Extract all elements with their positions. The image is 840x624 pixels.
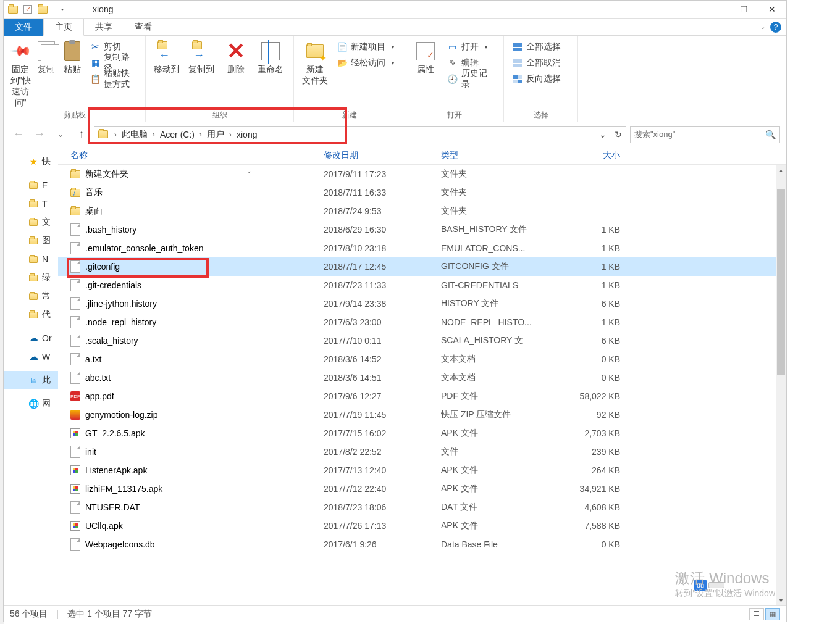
file-row[interactable]: genymotion-log.zip2017/7/19 11:45快压 ZIP … xyxy=(58,406,786,424)
sidebar-item[interactable]: ★快 xyxy=(4,152,58,171)
file-icon xyxy=(70,279,80,291)
file-row[interactable]: lizhiFM_113175.apk2017/7/12 22:40APK 文件3… xyxy=(58,480,786,498)
tab-view[interactable]: 查看 xyxy=(124,19,163,36)
file-row[interactable]: .node_repl_history2017/6/3 23:00NODE_REP… xyxy=(58,313,786,331)
forward-button[interactable]: → xyxy=(31,126,48,143)
breadcrumb-seg[interactable]: xiong xyxy=(234,130,259,139)
file-row[interactable]: NTUSER.DAT2018/7/23 18:06DAT 文件4,608 KB xyxy=(58,498,786,517)
file-size: 1 KB xyxy=(558,225,632,235)
sidebar-item[interactable]: 🌐网 xyxy=(4,394,58,413)
sidebar-item[interactable]: 代 xyxy=(4,306,58,324)
sidebar-item[interactable]: ☁Or xyxy=(4,329,58,347)
paste-button[interactable]: 粘贴 xyxy=(61,38,84,109)
file-row[interactable]: 桌面2018/7/24 9:53文件夹 xyxy=(58,202,786,220)
breadcrumb-seg[interactable]: 此电脑 xyxy=(119,129,150,140)
search-input[interactable] xyxy=(634,130,765,139)
qa-folder[interactable] xyxy=(37,4,48,15)
qa-checkbox[interactable]: ✓ xyxy=(22,4,33,15)
col-name[interactable]: 名称 xyxy=(70,150,324,161)
pastelink-button[interactable]: 📋粘贴快捷方式 xyxy=(86,72,140,86)
file-row[interactable]: .emulator_console_auth_token2017/8/10 23… xyxy=(58,239,786,257)
sidebar-item[interactable]: E xyxy=(4,176,58,194)
scrollbar[interactable]: ▴ ▾ xyxy=(776,165,786,605)
recent-dropdown[interactable]: ⌄ xyxy=(52,126,69,143)
breadcrumb-seg[interactable]: 用户 xyxy=(204,129,227,140)
moveto-button[interactable]: ← 移动到 xyxy=(151,38,183,109)
selectall-button[interactable]: 全部选择 xyxy=(509,40,565,54)
chevron-right-icon[interactable]: › xyxy=(227,130,234,139)
minimize-button[interactable]: — xyxy=(701,1,729,19)
sidebar-item[interactable]: 文 xyxy=(4,213,58,231)
address-bar[interactable]: ›此电脑›Acer (C:)›用户›xiong ⌄ xyxy=(94,126,610,143)
rename-button[interactable]: 重命名 xyxy=(254,38,287,109)
file-row[interactable]: .jline-jython.history2017/9/14 23:38HIST… xyxy=(58,294,786,313)
history-button[interactable]: 🕘历史记录 xyxy=(444,72,498,86)
file-row[interactable]: a.txt2018/3/6 14:52文本文档0 KB xyxy=(58,350,786,368)
pin-quickaccess-button[interactable]: 📌 固定到"快 速访问" xyxy=(9,38,32,109)
col-date[interactable]: 修改日期 xyxy=(324,150,441,161)
chevron-right-icon[interactable]: › xyxy=(112,130,119,139)
sidebar-item[interactable]: 绿 xyxy=(4,268,58,287)
sidebar-item[interactable]: T xyxy=(4,194,58,213)
file-row[interactable]: UCllq.apk2017/7/26 17:13APK 文件7,588 KB xyxy=(58,517,786,535)
qa-dropdown[interactable]: ▾ xyxy=(52,1,72,19)
file-row[interactable]: abc.txt2018/3/6 14:51文本文档0 KB xyxy=(58,368,786,387)
file-row[interactable]: 新建文件夹2017/9/11 17:23文件夹 xyxy=(58,165,786,183)
maximize-button[interactable]: ☐ xyxy=(729,1,758,19)
file-row[interactable]: init2017/8/2 22:52文件239 KB xyxy=(58,443,786,461)
scroll-down-button[interactable]: ▾ xyxy=(776,595,786,605)
address-drop[interactable]: ⌄ xyxy=(596,130,610,139)
search-box[interactable]: 🔍 xyxy=(630,126,780,143)
file-row[interactable]: PDFapp.pdf2017/9/6 12:27PDF 文件58,022 KB xyxy=(58,387,786,406)
col-size[interactable]: 大小 xyxy=(558,150,632,161)
sidebar-label: 快 xyxy=(42,156,51,167)
chevron-right-icon[interactable]: › xyxy=(197,130,204,139)
scroll-up-button[interactable]: ▴ xyxy=(776,165,786,175)
newfolder-button[interactable]: ✦ 新建 文件夹 xyxy=(299,38,331,109)
file-row[interactable]: .bash_history2018/6/29 16:30BASH_HISTORY… xyxy=(58,220,786,239)
breadcrumb-seg[interactable]: Acer (C:) xyxy=(158,130,197,139)
selectnone-button[interactable]: 全部取消 xyxy=(509,56,565,70)
file-row[interactable]: ♪音乐2018/7/11 16:33文件夹 xyxy=(58,183,786,202)
up-button[interactable]: ↑ xyxy=(73,126,90,143)
tab-file[interactable]: 文件 xyxy=(4,19,43,36)
file-row[interactable]: .git-credentials2018/7/23 11:33GIT-CREDE… xyxy=(58,276,786,294)
properties-button[interactable]: 属性 xyxy=(410,38,442,109)
view-details-button[interactable]: ☰ xyxy=(749,608,764,620)
close-button[interactable]: ✕ xyxy=(758,1,786,19)
sidebar-item[interactable]: N xyxy=(4,250,58,268)
file-name: .emulator_console_auth_token xyxy=(85,243,203,253)
organize-group-label: 组织 xyxy=(151,109,288,120)
baidu-badge[interactable]: du xyxy=(694,580,724,591)
app-icon[interactable] xyxy=(7,4,19,15)
copyto-button[interactable]: → 复制到 xyxy=(185,38,217,109)
help-icon[interactable]: ? xyxy=(770,22,781,33)
newitem-button[interactable]: 📄新建项目▾ xyxy=(334,40,398,54)
file-row[interactable]: WebpageIcons.db2017/6/1 9:26Data Base Fi… xyxy=(58,535,786,554)
file-row[interactable]: .scala_history2017/7/10 0:11SCALA_HISTOR… xyxy=(58,331,786,350)
chevron-right-icon[interactable]: › xyxy=(150,130,158,139)
scroll-thumb[interactable] xyxy=(777,189,785,375)
easyaccess-button[interactable]: 📂轻松访问▾ xyxy=(334,56,398,70)
copy-button[interactable]: 复制 xyxy=(35,38,58,109)
sidebar-item[interactable]: 常 xyxy=(4,287,58,306)
file-row[interactable]: GT_2.2.6.5.apk2017/7/15 16:02APK 文件2,703… xyxy=(58,424,786,443)
file-row[interactable]: ListenerApk.apk2017/7/13 12:40APK 文件264 … xyxy=(58,461,786,480)
col-type[interactable]: 类型 xyxy=(441,150,558,161)
open-button[interactable]: ▭打开▾ xyxy=(444,40,498,54)
sidebar-item[interactable]: 图 xyxy=(4,231,58,250)
file-size: 239 KB xyxy=(558,447,632,457)
view-icons-button[interactable]: ▦ xyxy=(765,608,780,620)
tab-home[interactable]: 主页 xyxy=(43,19,84,36)
back-button[interactable]: ← xyxy=(10,126,27,143)
refresh-button[interactable]: ↻ xyxy=(610,126,626,143)
sidebar-item[interactable]: 🖥此 xyxy=(4,371,58,389)
file-icon xyxy=(70,316,80,328)
ribbon-collapse[interactable]: ⌄ xyxy=(760,23,765,30)
sidebar-item[interactable]: ☁W xyxy=(4,347,58,366)
invert-button[interactable]: 反向选择 xyxy=(509,72,565,86)
file-type: 文件夹 xyxy=(441,168,558,180)
tab-share[interactable]: 共享 xyxy=(84,19,124,36)
delete-button[interactable]: ✕ 删除 xyxy=(220,38,252,109)
file-row[interactable]: .gitconfig2018/7/17 12:45GITCONFIG 文件1 K… xyxy=(58,257,786,276)
